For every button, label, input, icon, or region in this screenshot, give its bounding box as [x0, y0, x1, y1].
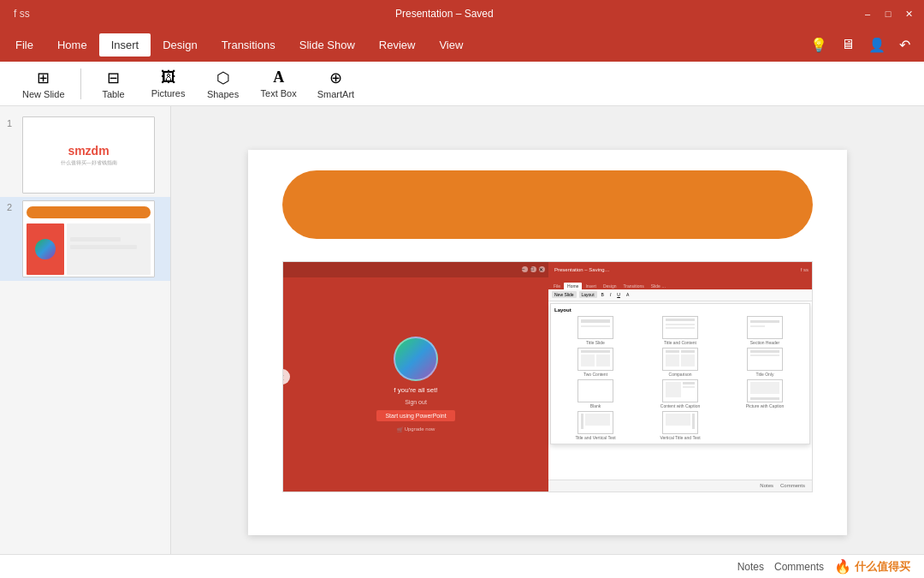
slide-panel: 1 smzdm 什么值得买—好省钱指南 2 — [0, 106, 171, 578]
slide-thumb-2[interactable]: 2 — [0, 197, 170, 281]
title-bar: f ss Presentation – Saved – □ ✕ — [0, 0, 924, 27]
slide1-subtitle: 什么值得买—好省钱指南 — [61, 159, 117, 167]
layout-blank: Blank — [590, 403, 601, 408]
menu-insert[interactable]: Insert — [99, 33, 151, 57]
inner-text2: Sign out — [405, 399, 427, 405]
layout-two-content: Two Content — [583, 372, 607, 377]
toolbar-separator-1 — [80, 69, 81, 99]
inner-title-bar: –□✕ — [283, 262, 548, 277]
pictures-icon: 🖼 — [161, 69, 176, 86]
orange-pill — [282, 170, 813, 239]
menu-view[interactable]: View — [427, 33, 475, 57]
slide-number-2: 2 — [7, 200, 17, 212]
inner-start-btn[interactable]: Start using PowerPoint — [376, 410, 454, 421]
undo-icon[interactable]: ↶ — [896, 33, 914, 57]
layout-content-caption: Content with Caption — [660, 403, 700, 408]
watermark: 🔥 什么值得买 — [834, 558, 910, 575]
layout-vertical-title: Vertical Title and Text — [660, 435, 700, 440]
notes-btn[interactable]: Notes — [737, 561, 764, 573]
menu-bar: File Home Insert Design Transitions Slid… — [0, 27, 924, 62]
table-icon: ⊟ — [107, 69, 120, 87]
table-label: Table — [102, 89, 124, 99]
inner-upgrade[interactable]: 🛒 Upgrade now — [397, 426, 435, 432]
comments-btn[interactable]: Comments — [774, 561, 824, 573]
pictures-label: Pictures — [151, 88, 186, 98]
shapes-label: Shapes — [207, 89, 239, 99]
inner-tab-home[interactable]: Home — [564, 283, 582, 289]
screenshot-embed: –□✕ f you're all set! Sign out Start usi… — [282, 261, 813, 492]
text-box-icon: A — [273, 69, 284, 86]
new-slide-icon: ⊞ — [37, 69, 50, 87]
layout-picture-caption: Picture with Caption — [746, 403, 784, 408]
text-box-label: Text Box — [261, 88, 297, 98]
slide-preview-2 — [22, 200, 155, 277]
smartart-button[interactable]: ⊕ SmartArt — [309, 65, 363, 103]
new-slide-label: New Slide — [22, 89, 65, 99]
lightbulb-icon[interactable]: 💡 — [807, 33, 831, 57]
menu-design[interactable]: Design — [151, 33, 209, 57]
monitor-icon[interactable]: 🖥 — [838, 33, 858, 56]
inner-left-panel: –□✕ f you're all set! Sign out Start usi… — [283, 262, 548, 492]
bottom-bar: Notes Comments 🔥 什么值得买 — [0, 554, 924, 578]
layout-label: Layout — [554, 307, 806, 313]
inner-notes[interactable]: Notes — [760, 483, 773, 488]
inner-avatar — [394, 337, 438, 381]
inner-content: f you're all set! Sign out Start using P… — [283, 277, 548, 492]
maximize-button[interactable]: □ — [880, 5, 897, 22]
shapes-icon: ⬡ — [216, 69, 230, 87]
menu-file[interactable]: File — [3, 33, 45, 57]
shapes-button[interactable]: ⬡ Shapes — [198, 65, 249, 103]
menu-transitions[interactable]: Transitions — [210, 33, 287, 57]
main-area: 1 smzdm 什么值得买—好省钱指南 2 — [0, 106, 924, 578]
inner-right-panel: Presentation – Saving… f ss File Home In… — [548, 262, 812, 492]
inner-text1: f you're all set! — [394, 386, 437, 394]
layout-title-content: Title and Content — [664, 340, 696, 345]
pictures-button[interactable]: 🖼 Pictures — [143, 65, 194, 102]
slide2-orange-bar — [27, 206, 151, 218]
layout-comparison: Comparison — [669, 372, 692, 377]
menu-review[interactable]: Review — [367, 33, 428, 57]
inner-comments[interactable]: Comments — [780, 483, 805, 488]
layout-title-only: Title Only — [756, 372, 774, 377]
slide1-logo: smzdm — [68, 144, 109, 158]
inner-right-toolbar: Presentation – Saving… f ss — [548, 262, 812, 277]
app-name: f ss — [7, 8, 30, 20]
slide-canvas: –□✕ f you're all set! Sign out Start usi… — [248, 150, 847, 535]
inner-bottom-bar: Notes Comments — [548, 480, 812, 492]
slide-number-1: 1 — [7, 116, 17, 128]
new-slide-button[interactable]: ⊞ New Slide — [14, 65, 74, 103]
minimize-button[interactable]: – — [859, 5, 876, 22]
person-icon[interactable]: 👤 — [865, 33, 889, 57]
slide2-right — [67, 223, 151, 275]
slide-thumb-1[interactable]: 1 smzdm 什么值得买—好省钱指南 — [0, 113, 170, 197]
smartart-label: SmartArt — [317, 89, 354, 99]
slide-preview-1: smzdm 什么值得买—好省钱指南 — [22, 116, 155, 194]
layout-section-header: Section Header — [750, 340, 779, 345]
layout-title-slide: Title Slide — [586, 340, 605, 345]
close-button[interactable]: ✕ — [900, 5, 917, 22]
layout-title-vertical: Title and Vertical Text — [575, 435, 615, 440]
canvas-area: –□✕ f you're all set! Sign out Start usi… — [171, 106, 924, 578]
title-text: Presentation – Saved — [30, 8, 859, 20]
menu-slideshow[interactable]: Slide Show — [287, 33, 367, 57]
smartart-icon: ⊕ — [329, 69, 342, 87]
toolbar: ⊞ New Slide ⊟ Table 🖼 Pictures ⬡ Shapes … — [0, 62, 924, 106]
menu-home[interactable]: Home — [45, 33, 99, 57]
table-button[interactable]: ⊟ Table — [88, 65, 139, 103]
slide2-left — [27, 223, 64, 275]
text-box-button[interactable]: A Text Box — [252, 65, 305, 102]
